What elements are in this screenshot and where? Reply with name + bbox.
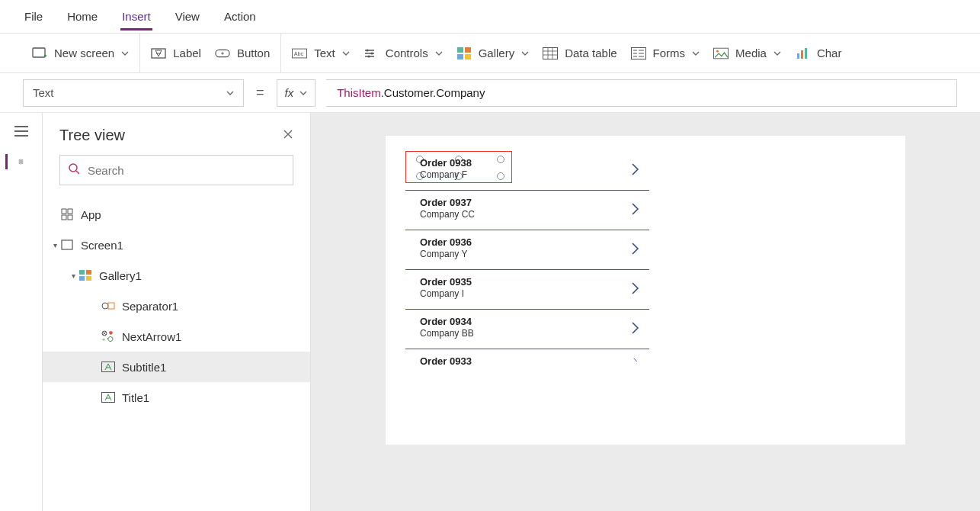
separator-icon	[101, 298, 116, 313]
gallery-row[interactable]: Order 0934 Company BB	[405, 310, 649, 349]
search-input[interactable]	[88, 164, 285, 177]
svg-point-19	[69, 164, 77, 172]
tree-node-gallery1[interactable]: ▾ Gallery1	[43, 260, 310, 291]
app-preview[interactable]: Order 0938 Company F Order 0937 Company …	[386, 136, 905, 445]
gallery-row[interactable]: Order 0935 Company I	[405, 270, 649, 310]
fx-dropdown[interactable]: fx	[277, 79, 316, 107]
menu-action[interactable]: Action	[223, 2, 258, 31]
gallery-preview[interactable]: Order 0938 Company F Order 0937 Company …	[405, 151, 649, 372]
button-control-button[interactable]: Button	[215, 46, 270, 61]
tree-node-app[interactable]: App	[43, 199, 310, 230]
data-table-button[interactable]: Data table	[543, 46, 617, 61]
chevron-right-icon[interactable]	[631, 162, 640, 177]
svg-point-7	[367, 55, 370, 57]
search-box[interactable]	[59, 155, 293, 185]
nextarrow-icon: +	[101, 329, 116, 344]
text-dropdown-label: Text	[314, 47, 335, 59]
tree-node-gallery1-label: Gallery1	[99, 269, 142, 282]
menu-file[interactable]: File	[23, 2, 44, 31]
caret-down-icon[interactable]: ▾	[50, 241, 59, 249]
app-icon	[59, 207, 75, 222]
controls-dropdown-label: Controls	[386, 47, 428, 59]
charts-dropdown[interactable]: Char	[795, 46, 842, 61]
tree-node-nextarrow1[interactable]: + NextArrow1	[43, 321, 310, 352]
new-screen-label: New screen	[54, 47, 114, 59]
tree-node-subtitle1-label: Subtitle1	[122, 361, 166, 374]
label-icon	[101, 359, 116, 374]
close-icon[interactable]	[283, 129, 293, 143]
svg-point-6	[370, 52, 373, 54]
tree-view-panel: Tree view App ▾ Screen	[43, 113, 311, 511]
menu-insert[interactable]: Insert	[120, 2, 152, 31]
svg-rect-23	[68, 215, 72, 220]
gallery-row-subtitle: Company I	[420, 288, 464, 299]
gallery-row[interactable]: Order 0933	[405, 349, 649, 372]
resize-handle[interactable]	[497, 172, 504, 180]
menu-home[interactable]: Home	[66, 2, 99, 31]
canvas-area: Order 0938 Company F Order 0937 Company …	[311, 113, 980, 511]
label-icon	[151, 46, 166, 61]
chart-icon	[795, 46, 810, 61]
tree-node-subtitle1[interactable]: Subtitle1	[43, 352, 310, 382]
tree-node-separator1[interactable]: Separator1	[43, 291, 310, 321]
svg-rect-10	[457, 54, 463, 59]
svg-rect-25	[79, 270, 85, 275]
screen-icon	[59, 237, 75, 252]
gallery-row[interactable]: Order 0936 Company Y	[405, 230, 649, 270]
chevron-down-icon	[692, 50, 700, 57]
new-screen-button[interactable]: New screen	[32, 46, 129, 61]
forms-icon	[631, 46, 646, 61]
tree-node-title1[interactable]: Title1	[43, 382, 310, 413]
gallery-row-title: Order 0938	[420, 157, 472, 169]
chevron-right-icon[interactable]	[631, 201, 640, 217]
tree-node-nextarrow1-label: NextArrow1	[122, 330, 181, 343]
tree-node-screen1[interactable]: ▾ Screen1	[43, 230, 310, 260]
tree-node-app-label: App	[81, 208, 101, 221]
chevron-right-icon[interactable]	[631, 320, 640, 336]
gallery-dropdown-label: Gallery	[479, 47, 515, 59]
chevron-down-icon	[299, 89, 307, 97]
hamburger-icon[interactable]	[12, 124, 30, 139]
svg-rect-17	[801, 50, 803, 59]
media-dropdown-label: Media	[735, 47, 767, 59]
menu-view[interactable]: View	[174, 2, 201, 31]
gallery-row[interactable]: Order 0938 Company F	[405, 151, 649, 191]
formula-input[interactable]: ThisItem.Customer.Company	[326, 79, 957, 107]
tree-node-separator1-label: Separator1	[122, 300, 178, 313]
gallery-dropdown[interactable]: Gallery	[456, 46, 530, 61]
caret-down-icon[interactable]: ▾	[69, 272, 78, 280]
property-dropdown[interactable]: Text	[23, 79, 244, 107]
svg-rect-21	[68, 209, 72, 214]
gallery-row[interactable]: Order 0937 Company CC	[405, 191, 649, 230]
svg-rect-22	[62, 215, 66, 220]
media-icon	[713, 46, 729, 61]
label-button[interactable]: Label	[151, 46, 201, 61]
chevron-right-icon[interactable]	[631, 281, 640, 296]
controls-dropdown[interactable]: Controls	[363, 46, 443, 61]
svg-rect-24	[62, 240, 72, 249]
svg-rect-20	[62, 209, 66, 214]
svg-text:+: +	[102, 337, 105, 342]
forms-dropdown[interactable]: Forms	[631, 46, 700, 61]
controls-icon	[363, 46, 379, 61]
svg-point-15	[716, 50, 719, 52]
gallery-row-subtitle: Company CC	[420, 209, 475, 220]
tree-node-screen1-label: Screen1	[81, 239, 123, 252]
left-rail	[0, 113, 43, 511]
text-dropdown[interactable]: Abc Text	[292, 46, 350, 61]
media-dropdown[interactable]: Media	[713, 46, 781, 61]
label-label: Label	[173, 47, 201, 59]
menu-bar: File Home Insert View Action	[0, 0, 980, 34]
svg-rect-8	[457, 47, 463, 53]
chevron-right-icon[interactable]	[631, 241, 640, 256]
formula-token-thisitem: ThisItem	[337, 86, 381, 99]
chevron-down-icon	[342, 50, 350, 57]
svg-rect-28	[86, 276, 91, 281]
tree-view-rail-icon[interactable]	[5, 154, 24, 169]
chevron-right-icon[interactable]	[631, 357, 640, 366]
resize-handle[interactable]	[497, 156, 504, 163]
screen-icon	[32, 46, 47, 61]
svg-point-29	[102, 303, 108, 309]
svg-rect-27	[79, 276, 85, 281]
tree-view-title: Tree view	[59, 127, 125, 144]
